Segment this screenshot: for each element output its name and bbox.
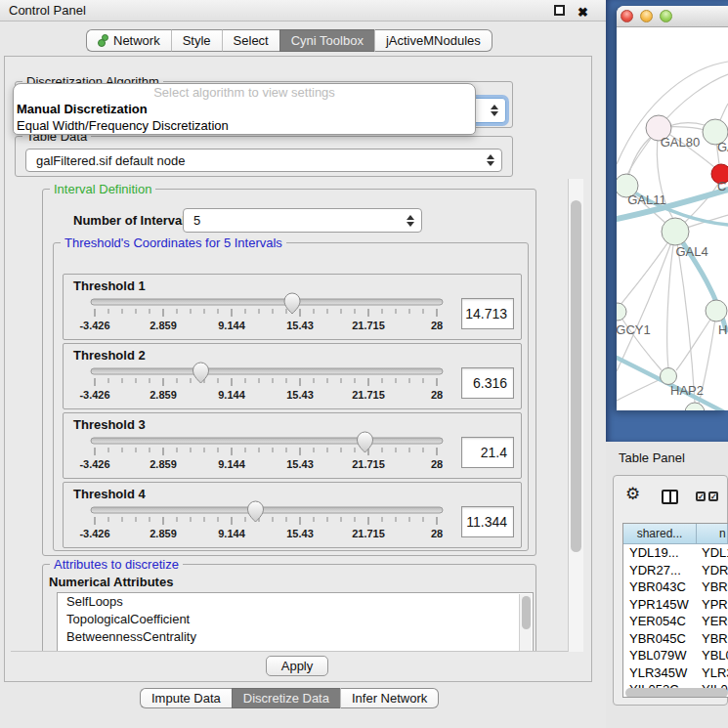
tab-impute-data[interactable]: Impute Data — [140, 688, 232, 708]
table-row[interactable]: YLR345WYLR3 — [623, 664, 728, 682]
network-node[interactable] — [706, 300, 727, 321]
tab-select[interactable]: Select — [222, 29, 279, 52]
threshold-coords-group: Threshold's Coordinates for 5 Intervals … — [53, 242, 529, 551]
svg-text:21.715: 21.715 — [352, 320, 385, 331]
dropdown-option-manual-discretization[interactable]: Manual Discretization — [14, 101, 475, 117]
network-icon — [98, 34, 108, 47]
attribute-item-betweennesscentrality[interactable]: BetweennessCentrality — [58, 628, 533, 646]
attribute-item-selfloops[interactable]: SelfLoops — [58, 593, 533, 611]
svg-text:28: 28 — [431, 389, 443, 401]
node-label-gal4: GAL4 — [675, 244, 707, 259]
table-cell: YBR043C — [623, 578, 697, 596]
threshold-value-field[interactable]: 14.713 — [461, 298, 514, 329]
table-row[interactable]: YDR27...YDR2 — [623, 562, 728, 579]
network-canvas[interactable]: GAL80GAL11GAL4GCY1HAP2GACH — [617, 27, 728, 410]
apply-button[interactable]: Apply — [266, 656, 328, 676]
slider-thumb[interactable] — [193, 363, 208, 383]
checkbox-icon[interactable]: ✓ — [708, 492, 718, 501]
top-tab-bar: NetworkStyleSelectCyni ToolboxjActiveMNo… — [86, 29, 492, 52]
attribute-items: SelfLoopsTopologicalCoefficientBetweenne… — [58, 593, 533, 646]
combo-arrows-icon — [407, 215, 414, 227]
tab-discretize-data[interactable]: Discretize Data — [232, 688, 340, 708]
threshold-slider[interactable]: -3.4262.8599.14415.4321.71528 — [81, 431, 462, 476]
checkbox-icon[interactable]: ✓ — [696, 492, 706, 501]
control-panel: Control Panel ✖ NetworkStyleSelectCyni T… — [0, 0, 606, 728]
network-desktop: GAL80GAL11GAL4GCY1HAP2GACH — [606, 0, 728, 442]
slider-thumb[interactable] — [247, 501, 263, 522]
tab-label: Discretize Data — [243, 688, 329, 708]
control-panel-titlebar: Control Panel ✖ — [0, 0, 606, 21]
numerical-attributes-label: Numerical Attributes — [49, 575, 173, 589]
table-cell: YBL079W — [623, 647, 697, 664]
table-cell: YDL19... — [623, 544, 697, 562]
table-row[interactable]: YPR145WYPR1 — [623, 596, 728, 614]
network-node[interactable] — [685, 403, 705, 410]
table-row[interactable]: YER054CYER0 — [623, 613, 728, 630]
tab-label: Style — [183, 30, 211, 51]
table-row[interactable]: YDL19...YDL1 — [623, 544, 728, 562]
svg-text:9.144: 9.144 — [218, 528, 245, 539]
minimize-traffic-light[interactable] — [640, 10, 653, 22]
close-icon[interactable]: ✖ — [578, 2, 588, 22]
screen: Control Panel ✖ NetworkStyleSelectCyni T… — [0, 0, 728, 728]
tab-infer-network[interactable]: Infer Network — [340, 688, 439, 708]
control-panel-title: Control Panel — [9, 3, 86, 18]
svg-text:9.144: 9.144 — [218, 389, 245, 401]
numerical-attributes-list[interactable]: SelfLoopsTopologicalCoefficientBetweenne… — [57, 592, 534, 652]
dropdown-option-equal-width-frequency-discretization[interactable]: Equal Width/Frequency Discretization — [14, 117, 475, 134]
column-header-1[interactable]: shared... — [623, 524, 697, 544]
table-cell: YDL1 — [697, 544, 728, 562]
svg-text:15.43: 15.43 — [286, 528, 314, 539]
table-cell: YLR3 — [697, 664, 728, 682]
node-label-partial: GA — [717, 140, 728, 154]
control-panel-main: Discretization Algorithm Table Data galF… — [4, 56, 592, 682]
table-row[interactable]: YBL079WYBL0 — [623, 647, 728, 664]
table-row[interactable]: YBR045CYBR0 — [623, 630, 728, 648]
threshold-box: Threshold 1-3.4262.8599.14415.4321.71528… — [63, 274, 522, 340]
tab-label: Impute Data — [151, 688, 221, 708]
threshold-label: Threshold 2 — [73, 348, 146, 363]
threshold-slider[interactable]: -3.4262.8599.14415.4321.71528 — [81, 292, 462, 337]
tab-label: jActiveMNodules — [386, 30, 481, 51]
tab-network[interactable]: Network — [86, 29, 171, 52]
table-cell: YPR1 — [697, 596, 728, 614]
zoom-traffic-light[interactable] — [660, 10, 672, 22]
table-cell: YPR145W — [623, 596, 697, 614]
num-intervals-combobox[interactable]: 5 — [183, 208, 422, 233]
tab-style[interactable]: Style — [171, 29, 222, 52]
threshold-value-field[interactable]: 11.344 — [461, 506, 514, 537]
table-cell: YDR2 — [697, 562, 728, 579]
gear-icon[interactable]: ⚙ — [625, 484, 640, 504]
network-node-gcy1[interactable] — [617, 303, 626, 321]
close-traffic-light[interactable] — [621, 10, 633, 22]
threshold-slider[interactable]: -3.4262.8599.14415.4321.71528 — [81, 500, 462, 545]
network-edge — [617, 232, 675, 371]
tab-jactivemnodules[interactable]: jActiveMNodules — [374, 29, 492, 52]
table-panel-title: Table Panel — [619, 450, 685, 465]
network-node-hap2[interactable] — [661, 368, 677, 385]
table-row[interactable]: YBR043CYBR0 — [623, 578, 728, 596]
threshold-value-field[interactable]: 6.316 — [461, 367, 514, 399]
scrollbar-thumb[interactable] — [571, 200, 581, 552]
table-cell: YBR0 — [697, 630, 728, 648]
num-intervals-label: Number of Intervals — [73, 213, 193, 228]
settings-scrollbar[interactable] — [568, 179, 583, 652]
bottom-tab-bar: Impute DataDiscretize DataInfer Network — [140, 688, 439, 708]
table-data-combobox[interactable]: galFiltered.sif default node — [25, 149, 502, 172]
table-cell: YLR345W — [623, 664, 697, 682]
node-label-partial: C — [717, 179, 726, 193]
attribute-item-topologicalcoefficient[interactable]: TopologicalCoefficient — [58, 611, 533, 628]
float-window-icon[interactable] — [554, 5, 565, 16]
svg-text:-3.426: -3.426 — [79, 320, 109, 331]
tab-cyni-toolbox[interactable]: Cyni Toolbox — [279, 29, 374, 52]
scrollbar-thumb[interactable] — [522, 596, 531, 629]
column-layout-icon[interactable] — [662, 490, 678, 504]
table-horizontal-scrollbar[interactable] — [625, 688, 728, 698]
slider-thumb[interactable] — [357, 432, 372, 452]
column-header-2[interactable]: n — [697, 524, 728, 544]
attributes-list-scrollbar[interactable] — [519, 594, 532, 652]
threshold-value-field[interactable]: 21.4 — [461, 437, 514, 468]
network-node-gal4[interactable] — [662, 218, 689, 245]
threshold-coords-label: Threshold's Coordinates for 5 Intervals — [61, 236, 286, 250]
threshold-slider[interactable]: -3.4262.8599.14415.4321.71528 — [81, 362, 462, 407]
